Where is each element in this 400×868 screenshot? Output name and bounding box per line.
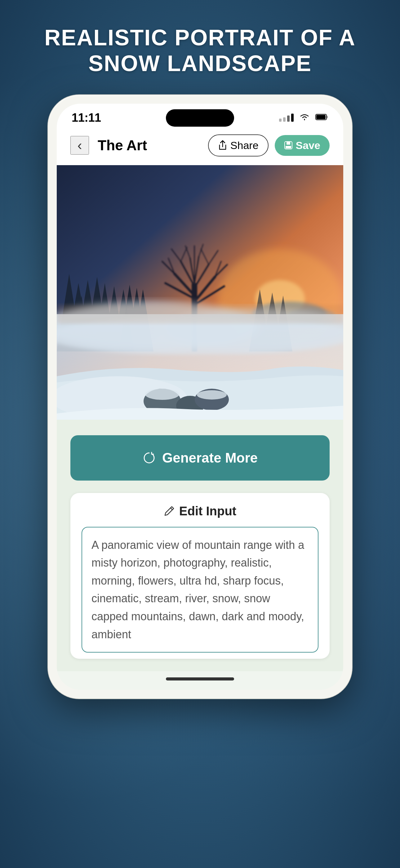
generate-more-label: Generate More — [162, 450, 258, 466]
svg-rect-56 — [57, 305, 343, 323]
back-arrow-icon: ‹ — [77, 138, 82, 152]
svg-rect-4 — [287, 142, 290, 145]
page-title: REALISTIC PORTRAIT OF A SNOW LANDSCAPE — [20, 25, 380, 76]
dynamic-island — [166, 109, 234, 127]
content-area: Generate More Edit Input A panoram — [57, 420, 343, 672]
share-label: Share — [230, 140, 259, 152]
svg-rect-5 — [286, 146, 291, 148]
prompt-text: A panoramic view of mountain range with … — [92, 538, 304, 641]
svg-point-53 — [145, 389, 179, 400]
svg-line-57 — [171, 508, 172, 510]
edit-input-header: Edit Input — [81, 504, 319, 518]
nav-title: The Art — [98, 137, 202, 154]
edit-input-card: Edit Input A panoramic view of mountain … — [70, 493, 330, 659]
signal-icon — [279, 114, 294, 122]
status-icons — [279, 113, 328, 122]
status-time: 11:11 — [72, 111, 101, 124]
home-bar — [166, 677, 234, 681]
phone-frame: 11:11 — [48, 95, 352, 699]
svg-rect-1 — [327, 116, 328, 118]
save-label: Save — [296, 140, 320, 152]
pencil-icon — [164, 505, 175, 517]
wifi-icon — [298, 113, 311, 122]
battery-icon — [315, 113, 328, 122]
status-bar: 11:11 — [57, 104, 343, 129]
svg-rect-2 — [316, 115, 326, 119]
landscape-image — [57, 165, 343, 420]
nav-bar: ‹ The Art Share — [57, 129, 343, 165]
share-icon — [218, 140, 227, 151]
generate-more-button[interactable]: Generate More — [70, 435, 330, 480]
prompt-text-area[interactable]: A panoramic view of mountain range with … — [81, 527, 319, 653]
svg-point-54 — [197, 390, 227, 400]
save-icon — [284, 141, 293, 150]
back-button[interactable]: ‹ — [70, 136, 89, 155]
share-button[interactable]: Share — [208, 134, 269, 156]
save-button[interactable]: Save — [275, 135, 330, 156]
home-indicator — [57, 671, 343, 690]
edit-input-label: Edit Input — [179, 504, 236, 518]
generate-icon — [142, 451, 156, 465]
